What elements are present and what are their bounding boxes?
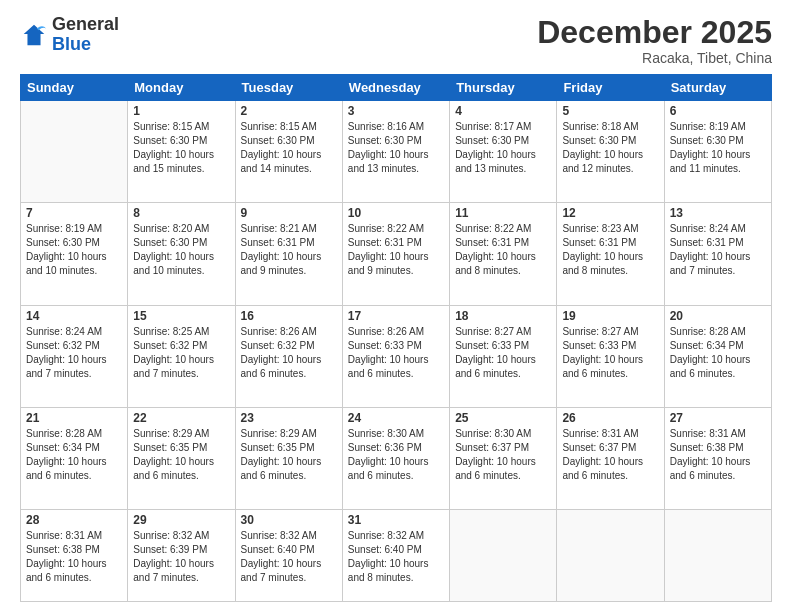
calendar-cell [664,510,771,602]
calendar-cell: 15Sunrise: 8:25 AM Sunset: 6:32 PM Dayli… [128,305,235,407]
calendar-week-4: 28Sunrise: 8:31 AM Sunset: 6:38 PM Dayli… [21,510,772,602]
day-info: Sunrise: 8:17 AM Sunset: 6:30 PM Dayligh… [455,120,551,176]
page: General Blue December 2025 Racaka, Tibet… [0,0,792,612]
day-number: 25 [455,411,551,425]
logo-text: General Blue [52,15,119,55]
logo: General Blue [20,15,119,55]
day-info: Sunrise: 8:22 AM Sunset: 6:31 PM Dayligh… [348,222,444,278]
day-info: Sunrise: 8:32 AM Sunset: 6:40 PM Dayligh… [241,529,337,585]
day-info: Sunrise: 8:31 AM Sunset: 6:37 PM Dayligh… [562,427,658,483]
calendar-cell: 26Sunrise: 8:31 AM Sunset: 6:37 PM Dayli… [557,407,664,509]
day-info: Sunrise: 8:16 AM Sunset: 6:30 PM Dayligh… [348,120,444,176]
calendar-cell: 14Sunrise: 8:24 AM Sunset: 6:32 PM Dayli… [21,305,128,407]
day-number: 26 [562,411,658,425]
day-number: 16 [241,309,337,323]
logo-icon [20,21,48,49]
day-number: 17 [348,309,444,323]
col-wednesday: Wednesday [342,75,449,101]
calendar-cell: 24Sunrise: 8:30 AM Sunset: 6:36 PM Dayli… [342,407,449,509]
day-number: 3 [348,104,444,118]
calendar-cell: 9Sunrise: 8:21 AM Sunset: 6:31 PM Daylig… [235,203,342,305]
calendar-cell: 3Sunrise: 8:16 AM Sunset: 6:30 PM Daylig… [342,101,449,203]
day-info: Sunrise: 8:24 AM Sunset: 6:31 PM Dayligh… [670,222,766,278]
header: General Blue December 2025 Racaka, Tibet… [20,15,772,66]
col-friday: Friday [557,75,664,101]
calendar-cell: 20Sunrise: 8:28 AM Sunset: 6:34 PM Dayli… [664,305,771,407]
day-number: 5 [562,104,658,118]
calendar-cell: 4Sunrise: 8:17 AM Sunset: 6:30 PM Daylig… [450,101,557,203]
day-info: Sunrise: 8:32 AM Sunset: 6:40 PM Dayligh… [348,529,444,585]
day-number: 30 [241,513,337,527]
day-info: Sunrise: 8:26 AM Sunset: 6:33 PM Dayligh… [348,325,444,381]
calendar-cell: 23Sunrise: 8:29 AM Sunset: 6:35 PM Dayli… [235,407,342,509]
day-number: 10 [348,206,444,220]
day-info: Sunrise: 8:28 AM Sunset: 6:34 PM Dayligh… [670,325,766,381]
day-info: Sunrise: 8:25 AM Sunset: 6:32 PM Dayligh… [133,325,229,381]
col-tuesday: Tuesday [235,75,342,101]
day-number: 29 [133,513,229,527]
calendar-week-2: 14Sunrise: 8:24 AM Sunset: 6:32 PM Dayli… [21,305,772,407]
day-info: Sunrise: 8:15 AM Sunset: 6:30 PM Dayligh… [241,120,337,176]
calendar-cell: 28Sunrise: 8:31 AM Sunset: 6:38 PM Dayli… [21,510,128,602]
calendar-week-1: 7Sunrise: 8:19 AM Sunset: 6:30 PM Daylig… [21,203,772,305]
day-number: 20 [670,309,766,323]
day-number: 8 [133,206,229,220]
col-thursday: Thursday [450,75,557,101]
calendar-cell: 11Sunrise: 8:22 AM Sunset: 6:31 PM Dayli… [450,203,557,305]
calendar-cell: 27Sunrise: 8:31 AM Sunset: 6:38 PM Dayli… [664,407,771,509]
day-info: Sunrise: 8:29 AM Sunset: 6:35 PM Dayligh… [241,427,337,483]
day-number: 31 [348,513,444,527]
month-title: December 2025 [537,15,772,50]
calendar-table: Sunday Monday Tuesday Wednesday Thursday… [20,74,772,602]
day-number: 6 [670,104,766,118]
day-number: 28 [26,513,122,527]
calendar-cell [21,101,128,203]
location: Racaka, Tibet, China [537,50,772,66]
day-number: 11 [455,206,551,220]
calendar-cell: 6Sunrise: 8:19 AM Sunset: 6:30 PM Daylig… [664,101,771,203]
day-info: Sunrise: 8:21 AM Sunset: 6:31 PM Dayligh… [241,222,337,278]
day-info: Sunrise: 8:31 AM Sunset: 6:38 PM Dayligh… [670,427,766,483]
day-info: Sunrise: 8:30 AM Sunset: 6:37 PM Dayligh… [455,427,551,483]
day-number: 21 [26,411,122,425]
day-info: Sunrise: 8:24 AM Sunset: 6:32 PM Dayligh… [26,325,122,381]
day-number: 2 [241,104,337,118]
col-sunday: Sunday [21,75,128,101]
day-number: 27 [670,411,766,425]
calendar-week-3: 21Sunrise: 8:28 AM Sunset: 6:34 PM Dayli… [21,407,772,509]
day-info: Sunrise: 8:20 AM Sunset: 6:30 PM Dayligh… [133,222,229,278]
day-info: Sunrise: 8:19 AM Sunset: 6:30 PM Dayligh… [670,120,766,176]
calendar-cell: 12Sunrise: 8:23 AM Sunset: 6:31 PM Dayli… [557,203,664,305]
day-info: Sunrise: 8:30 AM Sunset: 6:36 PM Dayligh… [348,427,444,483]
calendar-cell: 18Sunrise: 8:27 AM Sunset: 6:33 PM Dayli… [450,305,557,407]
col-monday: Monday [128,75,235,101]
calendar-cell: 22Sunrise: 8:29 AM Sunset: 6:35 PM Dayli… [128,407,235,509]
calendar-cell: 7Sunrise: 8:19 AM Sunset: 6:30 PM Daylig… [21,203,128,305]
day-info: Sunrise: 8:28 AM Sunset: 6:34 PM Dayligh… [26,427,122,483]
day-info: Sunrise: 8:29 AM Sunset: 6:35 PM Dayligh… [133,427,229,483]
day-info: Sunrise: 8:31 AM Sunset: 6:38 PM Dayligh… [26,529,122,585]
day-number: 14 [26,309,122,323]
calendar-week-0: 1Sunrise: 8:15 AM Sunset: 6:30 PM Daylig… [21,101,772,203]
day-number: 4 [455,104,551,118]
calendar-cell: 10Sunrise: 8:22 AM Sunset: 6:31 PM Dayli… [342,203,449,305]
calendar-cell: 25Sunrise: 8:30 AM Sunset: 6:37 PM Dayli… [450,407,557,509]
day-info: Sunrise: 8:26 AM Sunset: 6:32 PM Dayligh… [241,325,337,381]
calendar-cell: 2Sunrise: 8:15 AM Sunset: 6:30 PM Daylig… [235,101,342,203]
day-number: 19 [562,309,658,323]
day-number: 13 [670,206,766,220]
calendar-cell [557,510,664,602]
day-info: Sunrise: 8:22 AM Sunset: 6:31 PM Dayligh… [455,222,551,278]
day-info: Sunrise: 8:18 AM Sunset: 6:30 PM Dayligh… [562,120,658,176]
day-info: Sunrise: 8:32 AM Sunset: 6:39 PM Dayligh… [133,529,229,585]
calendar-cell [450,510,557,602]
calendar-cell: 17Sunrise: 8:26 AM Sunset: 6:33 PM Dayli… [342,305,449,407]
day-number: 12 [562,206,658,220]
day-number: 15 [133,309,229,323]
calendar-cell: 8Sunrise: 8:20 AM Sunset: 6:30 PM Daylig… [128,203,235,305]
calendar-cell: 30Sunrise: 8:32 AM Sunset: 6:40 PM Dayli… [235,510,342,602]
calendar-cell: 31Sunrise: 8:32 AM Sunset: 6:40 PM Dayli… [342,510,449,602]
day-info: Sunrise: 8:15 AM Sunset: 6:30 PM Dayligh… [133,120,229,176]
day-number: 23 [241,411,337,425]
calendar-header-row: Sunday Monday Tuesday Wednesday Thursday… [21,75,772,101]
